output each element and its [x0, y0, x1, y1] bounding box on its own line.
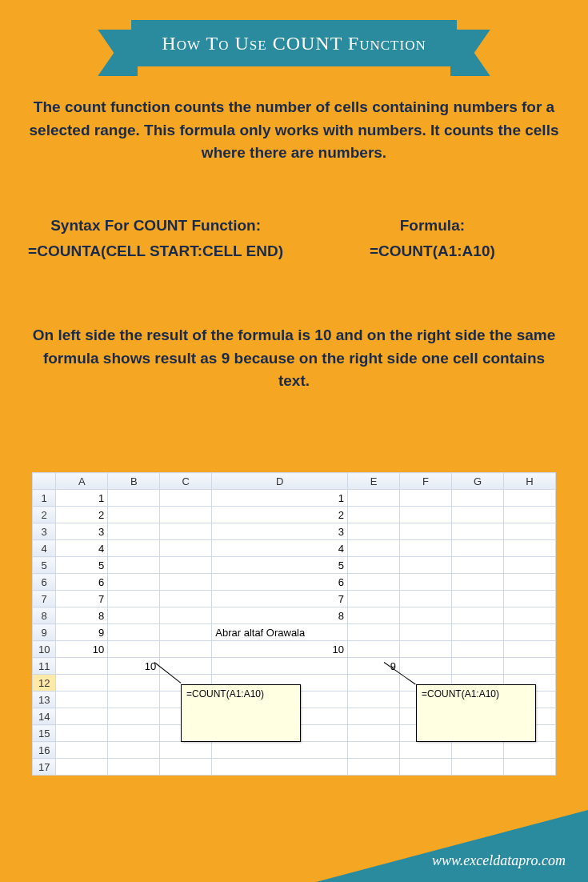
- cell[interactable]: [451, 507, 503, 523]
- cell[interactable]: [348, 607, 400, 624]
- cell[interactable]: [503, 624, 555, 641]
- cell[interactable]: [160, 574, 212, 591]
- cell[interactable]: [451, 624, 503, 641]
- cell[interactable]: [348, 507, 400, 523]
- cell[interactable]: 6: [212, 574, 348, 591]
- cell[interactable]: [56, 708, 108, 725]
- cell[interactable]: [503, 658, 555, 675]
- row-header[interactable]: 11: [33, 658, 56, 675]
- col-header[interactable]: A: [56, 473, 108, 490]
- cell[interactable]: [451, 641, 503, 658]
- cell[interactable]: [451, 574, 503, 591]
- cell[interactable]: [160, 557, 212, 574]
- cell[interactable]: Abrar altaf Orawala: [212, 624, 348, 641]
- cell[interactable]: [108, 624, 160, 641]
- cell[interactable]: [160, 759, 212, 776]
- cell[interactable]: [348, 557, 400, 574]
- cell[interactable]: 3: [56, 523, 108, 540]
- cell[interactable]: [503, 557, 555, 574]
- cell[interactable]: 3: [212, 523, 348, 540]
- cell[interactable]: [348, 540, 400, 557]
- cell[interactable]: 2: [56, 507, 108, 523]
- row-header[interactable]: 17: [33, 759, 56, 776]
- cell[interactable]: [212, 742, 348, 759]
- cell[interactable]: [348, 574, 400, 591]
- cell[interactable]: [451, 540, 503, 557]
- row-header[interactable]: 4: [33, 540, 56, 557]
- cell[interactable]: [400, 574, 452, 591]
- cell[interactable]: [56, 759, 108, 776]
- cell[interactable]: [348, 725, 400, 742]
- row-header[interactable]: 7: [33, 591, 56, 607]
- cell[interactable]: [108, 557, 160, 574]
- cell[interactable]: [108, 591, 160, 607]
- cell[interactable]: [503, 574, 555, 591]
- col-header[interactable]: G: [451, 473, 503, 490]
- cell[interactable]: 1: [56, 490, 108, 507]
- cell[interactable]: [108, 507, 160, 523]
- row-header[interactable]: 10: [33, 641, 56, 658]
- row-header[interactable]: 6: [33, 574, 56, 591]
- cell[interactable]: 5: [212, 557, 348, 574]
- cell[interactable]: [160, 540, 212, 557]
- cell[interactable]: [348, 692, 400, 708]
- row-header[interactable]: 8: [33, 607, 56, 624]
- cell[interactable]: [503, 490, 555, 507]
- cell[interactable]: [108, 759, 160, 776]
- cell[interactable]: [56, 658, 108, 675]
- cell[interactable]: [451, 591, 503, 607]
- cell[interactable]: [108, 540, 160, 557]
- cell[interactable]: [160, 624, 212, 641]
- cell[interactable]: [212, 658, 348, 675]
- cell[interactable]: [108, 742, 160, 759]
- cell[interactable]: [160, 507, 212, 523]
- cell[interactable]: [348, 708, 400, 725]
- cell[interactable]: [160, 523, 212, 540]
- cell[interactable]: [56, 675, 108, 692]
- row-header[interactable]: 13: [33, 692, 56, 708]
- cell[interactable]: [451, 759, 503, 776]
- cell[interactable]: [503, 759, 555, 776]
- cell[interactable]: [400, 523, 452, 540]
- cell[interactable]: [503, 540, 555, 557]
- cell[interactable]: [56, 742, 108, 759]
- row-header[interactable]: 12: [33, 675, 56, 692]
- cell[interactable]: [503, 523, 555, 540]
- col-header[interactable]: H: [503, 473, 555, 490]
- row-header[interactable]: 1: [33, 490, 56, 507]
- cell[interactable]: 9: [56, 624, 108, 641]
- cell[interactable]: 5: [56, 557, 108, 574]
- corner-cell[interactable]: [33, 473, 56, 490]
- cell[interactable]: [108, 641, 160, 658]
- cell[interactable]: [108, 607, 160, 624]
- cell[interactable]: 6: [56, 574, 108, 591]
- row-header[interactable]: 5: [33, 557, 56, 574]
- cell[interactable]: [503, 742, 555, 759]
- cell[interactable]: [160, 591, 212, 607]
- cell[interactable]: [160, 742, 212, 759]
- cell[interactable]: [348, 624, 400, 641]
- col-header[interactable]: D: [212, 473, 348, 490]
- row-header[interactable]: 3: [33, 523, 56, 540]
- cell[interactable]: [400, 540, 452, 557]
- cell[interactable]: [400, 742, 452, 759]
- cell[interactable]: [108, 574, 160, 591]
- cell[interactable]: [348, 591, 400, 607]
- cell[interactable]: 2: [212, 507, 348, 523]
- cell[interactable]: 4: [212, 540, 348, 557]
- col-header[interactable]: C: [160, 473, 212, 490]
- cell[interactable]: [451, 658, 503, 675]
- col-header[interactable]: B: [108, 473, 160, 490]
- col-header[interactable]: E: [348, 473, 400, 490]
- cell[interactable]: 10: [212, 641, 348, 658]
- cell[interactable]: [56, 692, 108, 708]
- cell[interactable]: [160, 490, 212, 507]
- cell[interactable]: [451, 557, 503, 574]
- row-header[interactable]: 14: [33, 708, 56, 725]
- cell[interactable]: [503, 591, 555, 607]
- cell[interactable]: [400, 641, 452, 658]
- cell[interactable]: [160, 641, 212, 658]
- cell[interactable]: [108, 725, 160, 742]
- cell[interactable]: [108, 675, 160, 692]
- col-header[interactable]: F: [400, 473, 452, 490]
